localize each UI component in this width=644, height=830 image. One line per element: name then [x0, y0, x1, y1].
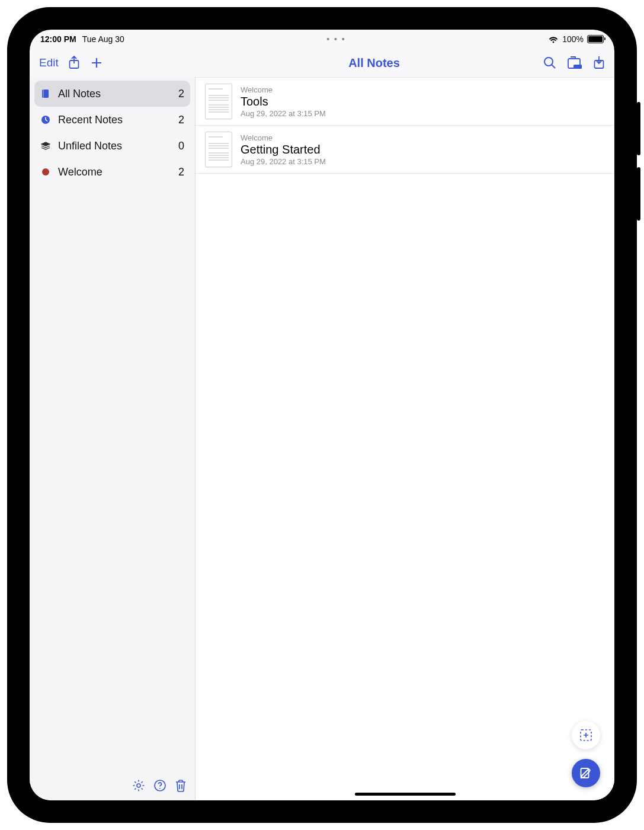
sidebar: All Notes2Recent Notes2Unfiled Notes0Wel…: [30, 77, 196, 800]
selection-mode-button[interactable]: [572, 721, 600, 749]
sidebar-item-count: 2: [178, 166, 184, 178]
help-icon[interactable]: [153, 779, 166, 794]
clock-icon: [40, 114, 51, 125]
sidebar-item-label: All Notes: [58, 88, 171, 100]
wifi-icon: [548, 36, 559, 43]
search-icon[interactable]: [543, 56, 556, 69]
edit-button[interactable]: Edit: [39, 56, 59, 69]
sidebar-item-all-notes[interactable]: All Notes2: [34, 81, 190, 107]
sidebar-item-welcome[interactable]: Welcome2: [34, 159, 190, 185]
status-time: 12:00 PM: [40, 34, 76, 44]
sidebar-item-unfiled-notes[interactable]: Unfiled Notes0: [34, 133, 190, 159]
compose-button[interactable]: [572, 759, 600, 787]
battery-pct: 100%: [562, 34, 584, 44]
add-icon[interactable]: [89, 56, 104, 70]
svg-rect-7: [43, 90, 44, 98]
sidebar-item-recent-notes[interactable]: Recent Notes2: [34, 107, 190, 133]
sidebar-item-count: 2: [178, 114, 184, 126]
toolbar: Edit All Notes NEW: [30, 49, 614, 77]
svg-point-11: [159, 788, 161, 789]
share-icon[interactable]: [68, 56, 80, 70]
sidebar-item-label: Unfiled Notes: [58, 140, 171, 152]
page-title: All Notes: [205, 56, 543, 70]
stack-icon: [40, 141, 51, 151]
status-date: Tue Aug 30: [82, 34, 124, 44]
note-timestamp: Aug 29, 2022 at 3:15 PM: [241, 157, 326, 166]
settings-icon[interactable]: [132, 779, 145, 794]
note-timestamp: Aug 29, 2022 at 3:15 PM: [241, 109, 326, 118]
note-title: Tools: [241, 95, 326, 108]
note-thumbnail: [205, 84, 232, 119]
note-folder: Welcome: [241, 133, 326, 142]
sidebar-item-label: Recent Notes: [58, 114, 171, 126]
battery-icon: [587, 35, 604, 43]
svg-point-9: [137, 784, 140, 787]
note-row[interactable]: WelcomeToolsAug 29, 2022 at 3:15 PM: [196, 77, 614, 126]
sidebar-item-label: Welcome: [58, 166, 171, 178]
trash-icon[interactable]: [175, 779, 187, 794]
new-folder-icon[interactable]: NEW: [567, 56, 582, 69]
sidebar-item-count: 0: [178, 140, 184, 152]
note-thumbnail: [205, 132, 232, 167]
home-indicator[interactable]: [355, 793, 456, 796]
dot-icon: [40, 167, 51, 177]
multitask-dots-icon[interactable]: • • •: [124, 34, 548, 44]
svg-point-1: [544, 58, 553, 66]
note-list: WelcomeToolsAug 29, 2022 at 3:15 PMWelco…: [196, 77, 614, 800]
sidebar-item-count: 2: [178, 88, 184, 100]
status-bar: 12:00 PM Tue Aug 30 • • • 100%: [30, 30, 614, 49]
notebook-icon: [40, 88, 51, 99]
import-icon[interactable]: [593, 56, 605, 70]
note-title: Getting Started: [241, 143, 326, 157]
note-row[interactable]: WelcomeGetting StartedAug 29, 2022 at 3:…: [196, 126, 614, 174]
note-folder: Welcome: [241, 85, 326, 94]
svg-text:NEW: NEW: [574, 65, 581, 69]
